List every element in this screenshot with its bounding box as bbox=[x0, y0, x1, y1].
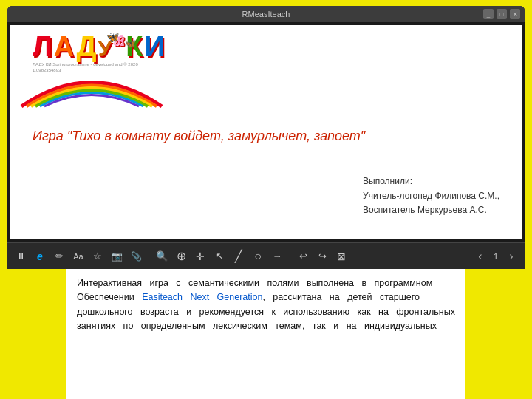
app-window: RMeasIteach _ □ ✕ ЛАДУꕤКИ ЛАДУ КИ Spring… bbox=[7, 6, 525, 269]
description-text: Интерактивная игра с семантическими поля… bbox=[77, 276, 455, 334]
pen-button[interactable]: ✏ bbox=[50, 248, 68, 265]
logo-text: ЛАДУꕤКИ bbox=[33, 33, 166, 61]
select-button[interactable]: ↖ bbox=[211, 248, 228, 265]
clip-button[interactable]: 📎 bbox=[127, 248, 145, 265]
toolbar: ⏸ e ✏ Aa ☆ 📷 📎 🔍 ⊕ ✛ ↖ ╱ ○ → ↩ ↪ ⊠ ‹ 1 › bbox=[7, 242, 525, 269]
description-area: Интерактивная игра с семантическими поля… bbox=[66, 269, 466, 399]
camera-button[interactable]: 📷 bbox=[108, 248, 126, 265]
authors-block: Выполнили: Учитель-логопед Филипова С.М.… bbox=[363, 174, 499, 217]
prev-page-button[interactable]: ‹ bbox=[471, 248, 489, 265]
circle-button[interactable]: ○ bbox=[249, 248, 267, 265]
maximize-button[interactable]: □ bbox=[497, 9, 507, 19]
slide-content: ЛАДУꕤКИ ЛАДУ КИ Spring programme - devel… bbox=[10, 25, 522, 239]
zoom-in-button[interactable]: ⊕ bbox=[172, 248, 190, 265]
app-container: RMeasIteach _ □ ✕ ЛАДУꕤКИ ЛАДУ КИ Spring… bbox=[0, 0, 532, 399]
search-button[interactable]: 🔍 bbox=[153, 248, 171, 265]
page-controls: ‹ 1 › bbox=[471, 248, 520, 265]
delete-button[interactable]: ⊠ bbox=[332, 248, 350, 265]
title-bar: RMeasIteach _ □ ✕ bbox=[7, 6, 525, 22]
pause-button[interactable]: ⏸ bbox=[12, 248, 30, 265]
app-title: RMeasIteach bbox=[242, 10, 290, 18]
rainbow-graphic bbox=[18, 66, 166, 110]
author1: Учитель-логопед Филипова С.М., bbox=[363, 189, 499, 203]
butterfly-icon-2: 🦋 bbox=[125, 38, 136, 49]
authors-label: Выполнили: bbox=[363, 174, 499, 188]
butterfly-icon-1: 🦋 bbox=[106, 31, 119, 43]
minimize-button[interactable]: _ bbox=[483, 9, 494, 19]
line-button[interactable]: ╱ bbox=[230, 248, 248, 265]
undo-button[interactable]: ↩ bbox=[294, 248, 312, 265]
next-page-button[interactable]: › bbox=[502, 248, 520, 265]
redo-button[interactable]: ↪ bbox=[313, 248, 331, 265]
arrow-button[interactable]: → bbox=[268, 248, 286, 265]
font-button[interactable]: Aa bbox=[69, 248, 87, 265]
easiteach-next-highlight: Easiteach Next Generation bbox=[142, 292, 262, 302]
easiteach-button[interactable]: e bbox=[31, 248, 49, 265]
close-button[interactable]: ✕ bbox=[510, 9, 520, 19]
toolbar-separator-2 bbox=[290, 249, 290, 264]
page-number: 1 bbox=[491, 252, 501, 261]
star-button[interactable]: ☆ bbox=[89, 248, 106, 265]
slide-area: ЛАДУꕤКИ ЛАДУ КИ Spring programme - devel… bbox=[7, 22, 525, 242]
author2: Воспитатель Меркурьева А.С. bbox=[363, 203, 499, 217]
move-button[interactable]: ✛ bbox=[191, 248, 209, 265]
toolbar-separator-1 bbox=[149, 249, 149, 264]
game-title: Игра "Тихо в комнату войдет, замурлычет,… bbox=[33, 129, 507, 144]
window-controls: _ □ ✕ bbox=[483, 9, 520, 19]
